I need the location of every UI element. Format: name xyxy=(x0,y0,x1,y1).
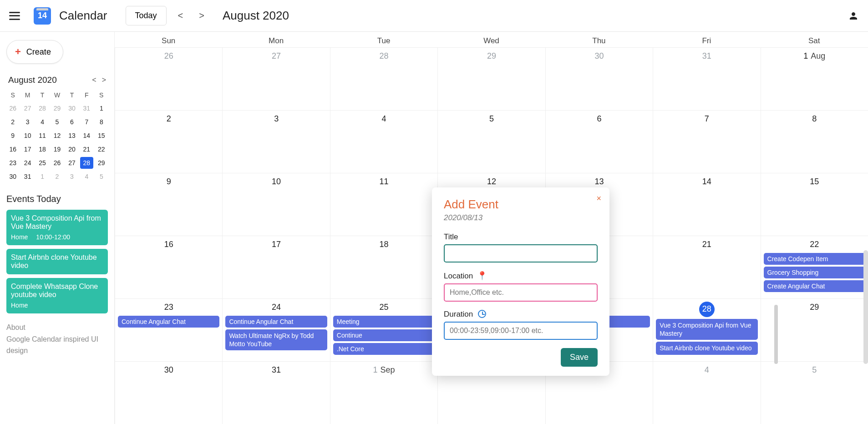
mini-prev-button[interactable]: < xyxy=(92,76,96,84)
day-cell[interactable]: 27 xyxy=(222,47,330,110)
mini-day[interactable]: 12 xyxy=(51,130,63,141)
mini-day[interactable]: 18 xyxy=(36,143,49,155)
event-chip[interactable]: Watch Ultimate NgRx by Todd Motto YouTub… xyxy=(225,329,327,350)
user-icon[interactable] xyxy=(848,10,859,21)
event-chip[interactable]: Continue Angular Chat xyxy=(118,316,219,328)
day-cell[interactable]: 23Continue Angular Chat xyxy=(115,298,222,361)
mini-day[interactable]: 7 xyxy=(80,116,93,128)
mini-day[interactable]: 19 xyxy=(51,143,63,155)
event-chip[interactable]: Continue xyxy=(333,329,435,341)
event-chip[interactable]: .Net Core xyxy=(333,343,435,355)
event-chip[interactable]: Grocery Shopping xyxy=(764,267,865,278)
mini-day[interactable]: 27 xyxy=(66,157,78,169)
mini-day[interactable]: 2 xyxy=(6,116,19,128)
next-month-button[interactable]: > xyxy=(199,10,204,21)
mini-day[interactable]: 23 xyxy=(6,157,19,169)
prev-month-button[interactable]: < xyxy=(178,10,183,21)
today-button[interactable]: Today xyxy=(126,6,167,25)
day-cell[interactable]: 28Vue 3 Composition Api from Vue Mastery… xyxy=(653,298,760,361)
day-cell[interactable]: 4 xyxy=(653,361,760,424)
mini-day[interactable]: 3 xyxy=(21,116,34,128)
mini-day[interactable]: 16 xyxy=(6,143,19,155)
day-cell[interactable]: 22Create Codepen ItemGrocery ShoppingCre… xyxy=(761,236,868,298)
day-cell[interactable]: 18 xyxy=(330,236,437,298)
mini-day[interactable]: 31 xyxy=(80,102,93,114)
event-card[interactable]: Vue 3 Composition Api from Vue MasteryHo… xyxy=(6,210,108,245)
location-input[interactable] xyxy=(444,283,598,302)
event-chip[interactable]: Start Airbnb clone Youtube video xyxy=(656,342,757,354)
mini-day[interactable]: 4 xyxy=(80,171,93,182)
title-input[interactable] xyxy=(444,244,598,262)
mini-day[interactable]: 30 xyxy=(6,171,19,182)
mini-day[interactable]: 31 xyxy=(21,171,34,182)
day-cell[interactable]: 16 xyxy=(115,236,222,298)
mini-day[interactable]: 15 xyxy=(95,130,108,141)
day-cell[interactable]: 6 xyxy=(545,110,653,173)
mini-day[interactable]: 2 xyxy=(51,171,63,182)
mini-day[interactable]: 11 xyxy=(36,130,49,141)
day-cell[interactable]: 14 xyxy=(653,173,760,236)
day-cell[interactable]: 11 xyxy=(330,173,437,236)
day-cell[interactable]: 15 xyxy=(761,173,868,236)
scrollbar[interactable] xyxy=(774,305,778,364)
mini-day[interactable]: 5 xyxy=(95,171,108,182)
event-chip[interactable]: Create Codepen Item xyxy=(764,253,865,265)
mini-day[interactable]: 27 xyxy=(21,102,34,114)
day-cell[interactable]: 10 xyxy=(222,173,330,236)
day-cell[interactable]: 28 xyxy=(330,47,437,110)
event-card[interactable]: Start Airbnb clone Youtube video xyxy=(6,249,108,274)
event-chip[interactable]: Vue 3 Composition Api from Vue Mastery xyxy=(656,319,757,340)
mini-day[interactable]: 29 xyxy=(51,102,63,114)
save-button[interactable]: Save xyxy=(561,348,598,367)
mini-day[interactable]: 21 xyxy=(80,143,93,155)
event-chip[interactable]: Continue Angular Chat xyxy=(225,316,327,328)
day-cell[interactable]: 9 xyxy=(115,173,222,236)
day-cell[interactable]: 2 xyxy=(115,110,222,173)
day-cell[interactable]: 30 xyxy=(115,361,222,424)
mini-day[interactable]: 4 xyxy=(36,116,49,128)
day-cell[interactable]: 31 xyxy=(653,47,760,110)
day-cell[interactable]: 5 xyxy=(437,110,545,173)
mini-day[interactable]: 24 xyxy=(21,157,34,169)
day-cell[interactable]: 21 xyxy=(653,236,760,298)
mini-day[interactable]: 30 xyxy=(66,102,78,114)
event-chip[interactable]: Create Angular Chat xyxy=(764,280,865,292)
close-icon[interactable]: × xyxy=(596,194,601,203)
mini-day[interactable]: 1 xyxy=(95,102,108,114)
day-cell[interactable]: 3 xyxy=(222,110,330,173)
mini-day[interactable]: 17 xyxy=(21,143,34,155)
day-cell[interactable]: 8 xyxy=(761,110,868,173)
mini-next-button[interactable]: > xyxy=(102,76,106,84)
day-cell[interactable]: 7 xyxy=(653,110,760,173)
create-button[interactable]: + Create xyxy=(6,40,63,64)
event-card[interactable]: Complete Whatsapp Clone youtube videoHom… xyxy=(6,278,108,313)
day-cell[interactable]: 31 xyxy=(222,361,330,424)
day-cell[interactable]: 29 xyxy=(437,47,545,110)
mini-day[interactable]: 10 xyxy=(21,130,34,141)
mini-day[interactable]: 5 xyxy=(51,116,63,128)
day-cell[interactable]: 5 xyxy=(761,361,868,424)
mini-day[interactable]: 26 xyxy=(51,157,63,169)
mini-day[interactable]: 26 xyxy=(6,102,19,114)
mini-day[interactable]: 28 xyxy=(80,157,93,169)
mini-day[interactable]: 9 xyxy=(6,130,19,141)
mini-day[interactable]: 6 xyxy=(66,116,78,128)
scrollbar[interactable] xyxy=(863,250,868,364)
mini-day[interactable]: 22 xyxy=(95,143,108,155)
mini-day[interactable]: 13 xyxy=(66,130,78,141)
menu-icon[interactable] xyxy=(9,12,20,20)
day-cell[interactable]: 26 xyxy=(115,47,222,110)
mini-day[interactable]: 14 xyxy=(80,130,93,141)
day-cell[interactable]: 1Sep xyxy=(330,361,437,424)
mini-day[interactable]: 8 xyxy=(95,116,108,128)
day-cell[interactable]: 1Aug xyxy=(761,47,868,110)
mini-day[interactable]: 28 xyxy=(36,102,49,114)
day-cell[interactable]: 4 xyxy=(330,110,437,173)
event-chip[interactable]: Meeting xyxy=(333,316,435,328)
day-cell[interactable]: 30 xyxy=(545,47,653,110)
duration-input[interactable] xyxy=(444,322,598,340)
mini-day[interactable]: 25 xyxy=(36,157,49,169)
day-cell[interactable]: 24Continue Angular ChatWatch Ultimate Ng… xyxy=(222,298,330,361)
day-cell[interactable]: 17 xyxy=(222,236,330,298)
mini-day[interactable]: 1 xyxy=(36,171,49,182)
